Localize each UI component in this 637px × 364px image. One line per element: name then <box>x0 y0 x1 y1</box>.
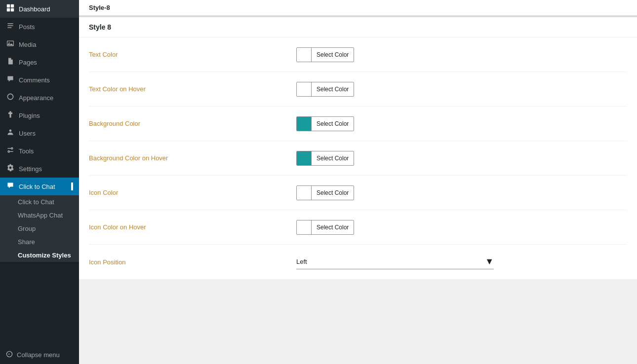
icon-color-hover-label: Icon Color on Hover <box>89 223 296 231</box>
content-area: Style 8 Text Color Select Color Text Col… <box>79 16 637 364</box>
dashboard-icon <box>6 4 15 14</box>
bg-color-swatch <box>297 117 312 131</box>
submenu-group[interactable]: Group <box>0 222 79 235</box>
sidebar-item-media-label: Media <box>19 41 36 48</box>
breadcrumb: Style-8 <box>79 0 637 16</box>
text-color-swatch <box>297 48 312 62</box>
sidebar-item-users-label: Users <box>19 130 36 137</box>
style-box: Style 8 Text Color Select Color Text Col… <box>79 16 637 279</box>
sidebar-item-settings[interactable]: Settings <box>0 160 79 178</box>
sidebar-item-media[interactable]: Media <box>0 36 79 53</box>
bg-color-hover-control: Select Color <box>296 151 354 166</box>
tools-icon <box>6 146 15 156</box>
bg-color-control: Select Color <box>296 116 354 131</box>
text-color-label: Text Color <box>89 51 296 58</box>
setting-row-icon-color-hover: Icon Color on Hover Select Color <box>89 210 627 245</box>
bg-color-hover-button[interactable]: Select Color <box>296 151 354 166</box>
bg-color-hover-label: Background Color on Hover <box>89 154 296 162</box>
svg-point-6 <box>9 129 12 132</box>
appearance-icon <box>6 93 15 103</box>
sidebar-item-comments-label: Comments <box>19 76 50 84</box>
setting-row-icon-color: Icon Color Select Color <box>89 176 627 210</box>
sidebar-item-pages-label: Pages <box>19 59 37 66</box>
style-title: Style 8 <box>79 17 637 37</box>
sidebar-item-plugins-label: Plugins <box>19 112 40 119</box>
icon-color-hover-swatch <box>297 220 312 234</box>
svg-rect-3 <box>11 8 14 11</box>
main-area: Style-8 Style 8 Text Color Select Color <box>79 0 637 364</box>
text-color-hover-btn-label: Select Color <box>312 86 354 93</box>
setting-row-bg-color: Background Color Select Color <box>89 107 627 141</box>
sidebar-item-tools-label: Tools <box>19 147 34 155</box>
sidebar-item-posts-label: Posts <box>19 23 35 31</box>
text-color-hover-button[interactable]: Select Color <box>296 82 354 97</box>
sidebar-item-click-to-chat[interactable]: Click to Chat <box>0 178 79 195</box>
text-color-hover-swatch <box>297 82 312 96</box>
sidebar-item-plugins[interactable]: Plugins <box>0 107 79 124</box>
active-indicator <box>71 182 73 190</box>
collapse-label: Collapse menu <box>17 351 60 359</box>
sidebar-item-appearance[interactable]: Appearance <box>0 89 79 107</box>
svg-rect-1 <box>11 4 14 7</box>
submenu-whatsapp-chat[interactable]: WhatsApp Chat <box>0 209 79 222</box>
sidebar-item-pages[interactable]: Pages <box>0 53 79 71</box>
bg-color-hover-swatch <box>297 151 312 165</box>
bg-color-button[interactable]: Select Color <box>296 116 354 131</box>
text-color-button[interactable]: Select Color <box>296 47 354 62</box>
sidebar: Dashboard Posts Media Pages Comments App… <box>0 0 79 364</box>
submenu-customize-styles[interactable]: Customize Styles <box>0 249 79 262</box>
icon-color-hover-control: Select Color <box>296 220 354 235</box>
sidebar-item-comments[interactable]: Comments <box>0 71 79 89</box>
icon-color-swatch <box>297 186 312 200</box>
text-color-btn-label: Select Color <box>312 51 354 58</box>
icon-position-dropdown[interactable]: Left ▼ <box>296 255 494 269</box>
sidebar-submenu: Click to Chat WhatsApp Chat Group Share … <box>0 195 79 262</box>
users-icon <box>6 128 15 138</box>
bg-color-btn-label: Select Color <box>312 120 354 127</box>
sidebar-item-appearance-label: Appearance <box>19 94 53 102</box>
submenu-share[interactable]: Share <box>0 235 79 249</box>
sidebar-item-posts[interactable]: Posts <box>0 18 79 36</box>
bg-color-label: Background Color <box>89 120 296 127</box>
chevron-down-icon: ▼ <box>485 256 494 267</box>
icon-color-hover-button[interactable]: Select Color <box>296 220 354 235</box>
bg-color-hover-btn-label: Select Color <box>312 155 354 162</box>
icon-position-label: Icon Position <box>89 258 296 266</box>
setting-row-text-color: Text Color Select Color <box>89 37 627 72</box>
settings-table: Text Color Select Color Text Color on Ho… <box>79 37 637 279</box>
text-color-control: Select Color <box>296 47 354 62</box>
sidebar-item-tools[interactable]: Tools <box>0 142 79 160</box>
setting-row-text-color-hover: Text Color on Hover Select Color <box>89 72 627 107</box>
icon-color-btn-label: Select Color <box>312 189 354 196</box>
media-icon <box>6 39 15 49</box>
sidebar-item-click-to-chat-label: Click to Chat <box>19 183 55 190</box>
click-to-chat-icon <box>6 182 15 191</box>
icon-position-control: Left ▼ <box>296 255 494 269</box>
setting-row-icon-position: Icon Position Left ▼ <box>89 245 627 279</box>
sidebar-item-settings-label: Settings <box>19 165 42 173</box>
submenu-click-to-chat[interactable]: Click to Chat <box>0 195 79 209</box>
icon-color-label: Icon Color <box>89 189 296 196</box>
sidebar-item-users[interactable]: Users <box>0 124 79 142</box>
text-color-hover-label: Text Color on Hover <box>89 85 296 93</box>
settings-icon <box>6 164 15 174</box>
icon-color-hover-btn-label: Select Color <box>312 224 354 231</box>
collapse-menu-button[interactable]: Collapse menu <box>0 346 79 364</box>
text-color-hover-control: Select Color <box>296 82 354 97</box>
svg-rect-0 <box>7 4 10 7</box>
plugins-icon <box>6 110 15 120</box>
posts-icon <box>6 22 15 32</box>
collapse-icon <box>6 351 13 359</box>
icon-color-control: Select Color <box>296 185 354 200</box>
comments-icon <box>6 75 15 85</box>
icon-color-button[interactable]: Select Color <box>296 185 354 200</box>
sidebar-item-dashboard-label: Dashboard <box>19 5 50 13</box>
pages-icon <box>6 57 15 67</box>
sidebar-item-dashboard[interactable]: Dashboard <box>0 0 79 18</box>
svg-rect-2 <box>7 8 10 11</box>
icon-position-value: Left <box>296 258 485 265</box>
setting-row-bg-color-hover: Background Color on Hover Select Color <box>89 141 627 176</box>
breadcrumb-text: Style-8 <box>89 4 110 11</box>
